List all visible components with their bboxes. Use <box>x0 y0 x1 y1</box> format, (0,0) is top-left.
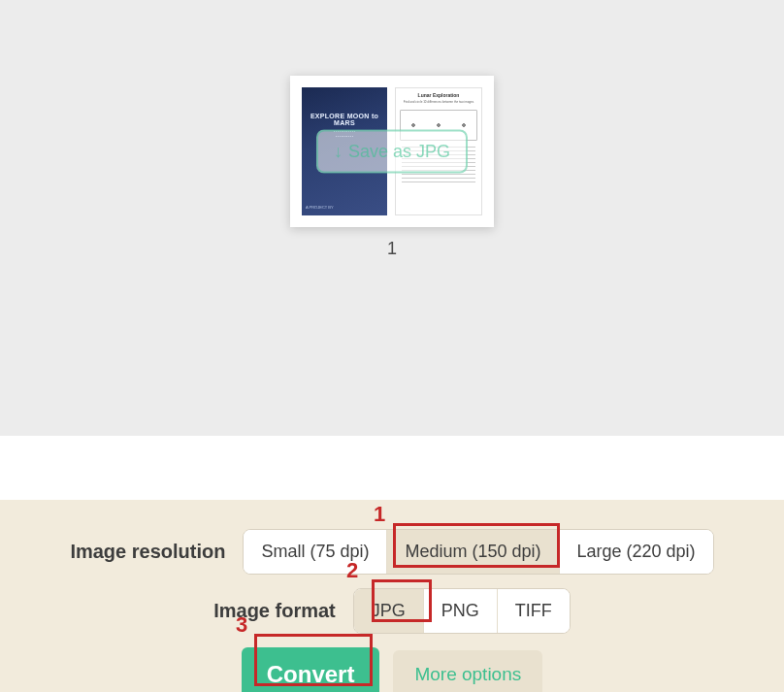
resolution-label: Image resolution <box>70 541 225 563</box>
options-panel: Image resolution Small (75 dpi) Medium (… <box>0 500 784 692</box>
format-row: Image format JPG PNG TIFF <box>0 588 784 634</box>
resolution-row: Image resolution Small (75 dpi) Medium (… <box>0 529 784 575</box>
resolution-option-large[interactable]: Large (220 dpi) <box>560 530 713 574</box>
resolution-option-medium[interactable]: Medium (150 dpi) <box>387 530 559 574</box>
thumbnail-left-title: EXPLORE MOON to MARS <box>306 113 383 126</box>
spacer <box>0 436 784 500</box>
resolution-option-small[interactable]: Small (75 dpi) <box>244 530 387 574</box>
moon-icon <box>409 121 417 129</box>
moon-icon <box>460 121 468 129</box>
thumbnail-right-title: Lunar Exploration <box>400 92 477 98</box>
annotation-number-1: 1 <box>374 502 385 527</box>
format-segmented-control: JPG PNG TIFF <box>353 588 571 634</box>
page-thumbnail[interactable]: EXPLORE MOON to MARS • • • • • • • • • •… <box>290 76 494 227</box>
download-icon: ↓ <box>334 142 343 162</box>
preview-area: EXPLORE MOON to MARS • • • • • • • • • •… <box>0 0 784 436</box>
format-option-jpg[interactable]: JPG <box>354 589 424 633</box>
page-number: 1 <box>387 239 397 259</box>
save-as-jpg-button[interactable]: ↓ Save as JPG <box>316 130 468 174</box>
format-label: Image format <box>213 600 336 622</box>
thumbnail-left-footer: A PROJECT BY <box>306 205 334 210</box>
format-option-tiff[interactable]: TIFF <box>498 589 570 633</box>
thumbnail-right-sub: Find and circle 10 differences between t… <box>400 100 477 104</box>
save-as-jpg-label: Save as JPG <box>348 142 450 162</box>
format-option-png[interactable]: PNG <box>424 589 498 633</box>
resolution-segmented-control: Small (75 dpi) Medium (150 dpi) Large (2… <box>243 529 713 575</box>
astronaut-icon <box>435 121 442 129</box>
action-row: Convert More options <box>0 647 784 692</box>
convert-button[interactable]: Convert <box>242 647 380 692</box>
more-options-button[interactable]: More options <box>393 650 542 692</box>
